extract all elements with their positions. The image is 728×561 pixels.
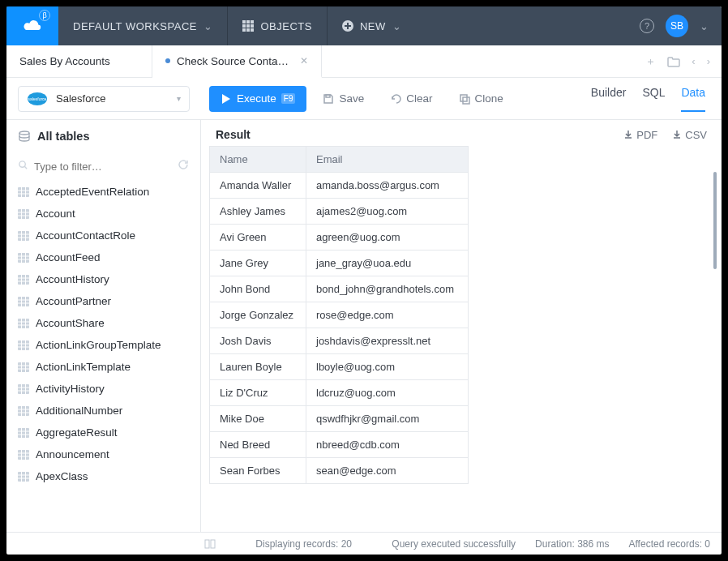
table-item-label: ApexClass <box>36 470 88 482</box>
table-item-label: AcceptedEventRelation <box>36 186 149 198</box>
cell-name: Jane Grey <box>210 251 306 276</box>
export-pdf-label: PDF <box>636 129 657 141</box>
table-item[interactable]: ActionLinkGroupTemplate <box>6 334 200 356</box>
view-tab-builder[interactable]: Builder <box>591 86 627 112</box>
table-row[interactable]: Sean Forbessean@edge.com <box>210 458 469 484</box>
svg-rect-72 <box>18 428 29 438</box>
table-item[interactable]: ApexClass <box>6 465 200 487</box>
table-icon <box>18 209 29 219</box>
workspace-selector[interactable]: DEFAULT WORKSPACE ⌄ <box>58 6 228 45</box>
table-item[interactable]: AdditionalNumber <box>6 400 200 422</box>
next-tab-button[interactable]: › <box>707 55 710 67</box>
table-item[interactable]: AccountHistory <box>6 268 200 290</box>
refresh-icon[interactable] <box>178 159 189 170</box>
table-item-label: Account <box>36 208 75 220</box>
table-icon <box>18 297 29 306</box>
svg-rect-88 <box>211 540 215 548</box>
clone-label: Clone <box>475 92 503 105</box>
sidebar-filter <box>6 152 200 181</box>
status-message: Query executed successfully <box>392 538 516 550</box>
table-item[interactable]: AccountPartner <box>6 290 200 312</box>
avatar[interactable]: SB <box>666 15 688 37</box>
clear-label: Clear <box>406 92 432 105</box>
table-row[interactable]: Jane Greyjane_gray@uoa.edu <box>210 251 469 276</box>
table-row[interactable]: Liz D'Cruzldcruz@uog.com <box>210 380 469 406</box>
workspace-label: DEFAULT WORKSPACE <box>73 20 197 32</box>
save-button[interactable]: Save <box>313 86 374 112</box>
table-item[interactable]: AccountFeed <box>6 246 200 268</box>
view-tab-sql[interactable]: SQL <box>642 86 665 112</box>
table-item[interactable]: AccountContactRole <box>6 225 200 246</box>
cell-email: agreen@uog.com <box>306 225 469 251</box>
table-item-label: ActionLinkTemplate <box>36 361 131 373</box>
save-icon <box>323 93 334 105</box>
cell-email: amanda.boss@argus.com <box>306 173 469 199</box>
svg-rect-13 <box>460 95 467 101</box>
cell-email: bond_john@grandhotels.com <box>306 276 469 302</box>
export-csv-button[interactable]: CSV <box>672 129 707 141</box>
table-item[interactable]: AccountShare <box>6 312 200 334</box>
unsaved-dot-icon <box>165 58 170 63</box>
table-icon <box>18 406 29 416</box>
column-header-email[interactable]: Email <box>306 147 469 173</box>
cell-name: Lauren Boyle <box>210 354 306 380</box>
avatar-chevron-icon[interactable]: ⌄ <box>700 20 709 32</box>
prev-tab-button[interactable]: ‹ <box>692 55 695 67</box>
svg-text:salesforce: salesforce <box>28 96 47 101</box>
table-item[interactable]: AcceptedEventRelation <box>6 181 200 203</box>
table-icon <box>18 362 29 372</box>
svg-rect-47 <box>18 319 29 328</box>
table-row[interactable]: Mike Doeqswdfhjkr@gmail.com <box>210 406 469 432</box>
svg-rect-57 <box>18 362 29 372</box>
column-header-name[interactable]: Name <box>210 147 306 173</box>
nav-objects[interactable]: OBJECTS <box>228 6 327 45</box>
svg-rect-27 <box>18 231 29 241</box>
connection-selector[interactable]: salesforce Salesforce ▾ <box>18 86 190 112</box>
nav-new[interactable]: NEW ⌄ <box>328 6 416 45</box>
table-icon <box>18 187 29 197</box>
brand-logo[interactable]: β <box>6 6 58 45</box>
top-nav: β DEFAULT WORKSPACE ⌄ OBJECTS NEW ⌄ ? SB… <box>6 6 722 45</box>
export-pdf-button[interactable]: PDF <box>623 129 657 141</box>
filter-input[interactable] <box>16 157 191 176</box>
nav-new-label: NEW <box>360 20 386 32</box>
result-title: Result <box>216 128 251 141</box>
table-row[interactable]: Ashley Jamesajames2@uog.com <box>210 199 469 225</box>
new-tab-button[interactable]: ＋ <box>645 54 656 69</box>
table-item[interactable]: AggregateResult <box>6 422 200 443</box>
clone-button[interactable]: Clone <box>449 86 513 112</box>
table-icon <box>18 275 29 285</box>
table-row[interactable]: Lauren Boylelboyle@uog.com <box>210 354 469 380</box>
table-item[interactable]: ActivityHistory <box>6 378 200 400</box>
execute-button[interactable]: Execute F9 <box>209 86 306 112</box>
close-icon[interactable]: ✕ <box>300 55 308 66</box>
view-tab-data[interactable]: Data <box>681 86 705 112</box>
undo-icon <box>390 93 401 105</box>
table-row[interactable]: John Bondbond_john@grandhotels.com <box>210 276 469 302</box>
panel-toggle-icon[interactable] <box>18 539 216 549</box>
svg-rect-22 <box>18 209 29 219</box>
svg-rect-6 <box>242 28 246 32</box>
open-button[interactable] <box>667 56 680 67</box>
table-row[interactable]: Josh Davisjoshdavis@expresslt.net <box>210 328 469 354</box>
scrollbar-thumb[interactable] <box>713 172 717 269</box>
table-icon <box>18 472 29 482</box>
tab-check-source-contacts[interactable]: Check Source Conta… ✕ <box>152 45 322 78</box>
tab-sales-by-accounts[interactable]: Sales By Accounts <box>6 45 152 77</box>
help-icon[interactable]: ? <box>640 19 654 33</box>
svg-rect-12 <box>326 95 330 97</box>
cell-email: qswdfhjkr@gmail.com <box>306 406 469 432</box>
svg-rect-32 <box>18 253 29 263</box>
cell-name: Avi Green <box>210 225 306 251</box>
table-row[interactable]: Avi Greenagreen@uog.com <box>210 225 469 251</box>
table-item[interactable]: Account <box>6 203 200 225</box>
table-row[interactable]: Jorge Gonzalezrose@edge.com <box>210 302 469 328</box>
table-icon <box>18 384 29 394</box>
table-icon <box>18 253 29 263</box>
cell-email: ajames2@uog.com <box>306 199 469 225</box>
table-row[interactable]: Amanda Walleramanda.boss@argus.com <box>210 173 469 199</box>
clear-button[interactable]: Clear <box>380 86 442 112</box>
table-item[interactable]: Announcement <box>6 443 200 465</box>
table-row[interactable]: Ned Breednbreed@cdb.com <box>210 432 469 458</box>
table-item[interactable]: ActionLinkTemplate <box>6 356 200 378</box>
